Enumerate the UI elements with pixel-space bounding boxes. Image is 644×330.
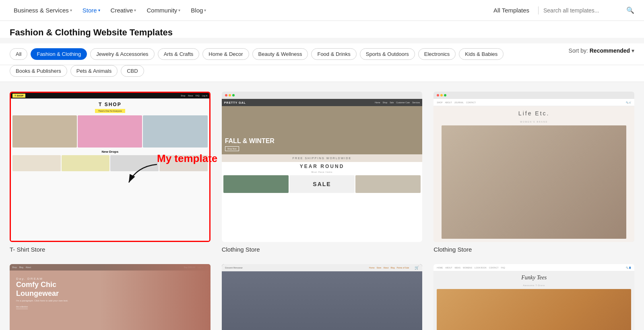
nav-label-blog: Blog	[191, 7, 203, 14]
template-thumbnail-funky: HOMEABOUTMENSWOMENSLOOK BOOKCONTACTFAQ 🔍…	[433, 264, 634, 330]
filter-home[interactable]: Home & Decor	[202, 48, 249, 60]
search-icon[interactable]: 🔍	[626, 6, 634, 14]
filter-tags-row1: All Fashion & Clothing Jewelry & Accesso…	[0, 43, 644, 65]
template-card-menswear[interactable]: Giovanni Menswear HomeStoreAboutBlogPoin…	[222, 264, 423, 330]
all-templates-link[interactable]: All Templates	[489, 4, 533, 16]
nav-label-community: Community	[147, 7, 177, 14]
tshirt-model-3	[143, 115, 207, 148]
tshirt-new-drops: New Drops	[101, 150, 118, 154]
nav-item-business[interactable]: Business & Services ▾	[10, 4, 76, 16]
tshirt-subtitle: There's One For Everyone	[95, 109, 125, 113]
nav-label-business: Business & Services	[14, 7, 69, 14]
tshirt-nav: ShopAboutFAQLog In	[181, 94, 208, 97]
funky-brand-title: Funky Tees	[433, 271, 634, 284]
template-card-loungewear[interactable]: Shop Blog About Day DREAM Log In 32 Day.…	[10, 264, 211, 330]
tshirt-images	[12, 115, 208, 148]
filter-arts[interactable]: Arts & Crafts	[158, 48, 200, 60]
menswear-nav: Giovanni Menswear HomeStoreAboutBlogPoin…	[222, 264, 423, 271]
filter-tags-row2: Books & Publishers Pets & Animals CBD	[0, 65, 644, 82]
template-card-tshirt[interactable]: T SHOP ShopAboutFAQLog In T SHOP There's…	[10, 92, 211, 253]
nav-item-community[interactable]: Community ▾	[142, 4, 184, 16]
nav-item-store[interactable]: Store ▾	[78, 4, 104, 16]
nav-divider	[538, 6, 539, 14]
sort-value[interactable]: Recommended	[590, 47, 630, 54]
template-thumbnail-loungewear: Shop Blog About Day DREAM Log In 32 Day.…	[10, 264, 211, 330]
top-navigation: Business & Services ▾ Store ▾ Creative ▾…	[0, 0, 644, 21]
funky-hero-img	[437, 289, 631, 330]
filter-cbd[interactable]: CBD	[121, 65, 144, 77]
clothing1-shipping: FREE SHIPPING WORLDWIDE	[222, 154, 423, 162]
tshirt-store-title: T SHOP	[99, 102, 122, 107]
clothing2-tagline: WOMEN'S BRAND	[433, 121, 634, 123]
content-area: My template T SHOP ShopAboutFAQLog In	[0, 82, 644, 330]
search-input[interactable]	[543, 7, 624, 14]
loungewear-cta: the collection	[16, 305, 28, 309]
nav-label-creative: Creative	[111, 7, 133, 14]
filter-beauty[interactable]: Beauty & Wellness	[252, 48, 308, 60]
filter-all[interactable]: All	[10, 48, 27, 60]
chevron-down-icon: ▾	[98, 8, 100, 12]
template-thumbnail-tshirt: T SHOP ShopAboutFAQLog In T SHOP There's…	[10, 92, 211, 242]
template-name-clothing2: Clothing Store	[433, 246, 634, 253]
filter-food[interactable]: Food & Drinks	[311, 48, 356, 60]
sort-label: Sort by:	[569, 47, 588, 54]
filter-kids[interactable]: Kids & Babies	[459, 48, 504, 60]
funky-nav: HOMEABOUTMENSWOMENSLOOK BOOKCONTACTFAQ 🔍…	[433, 264, 634, 271]
clothing1-must-have: Must Have Items	[222, 171, 423, 173]
clothing2-nav: SHOPABOUTJOURNALCONTACT 🔍 🛒	[433, 99, 634, 106]
menswear-hero: New Outerwear Collection	[222, 271, 423, 330]
filter-jewelry[interactable]: Jewelry & Accessories	[90, 48, 154, 60]
sort-row: Sort by: Recommended ▾	[569, 47, 634, 54]
page-title: Fashion & Clothing Website Templates	[10, 27, 634, 38]
nav-item-creative[interactable]: Creative ▾	[107, 4, 140, 16]
clothing1-products: SALE	[222, 174, 423, 194]
clothing2-brand-title: Life Etc.	[433, 106, 634, 121]
clothing2-hero-img	[442, 125, 626, 239]
template-thumbnail-clothing1: PRETTY GAL HomeShopSaleCustomer CareServ…	[222, 92, 423, 242]
my-template-arrow	[125, 162, 165, 187]
nav-item-blog[interactable]: Blog ▾	[187, 4, 210, 16]
filter-fashion[interactable]: Fashion & Clothing	[31, 48, 87, 60]
chevron-down-icon: ▾	[204, 8, 206, 12]
template-grid: T SHOP ShopAboutFAQLog In T SHOP There's…	[10, 92, 634, 330]
tshirt-hero: T SHOP There's One For Everyone New Drop…	[11, 98, 209, 241]
filter-books[interactable]: Books & Publishers	[10, 65, 67, 77]
my-template-label: My template	[157, 152, 217, 165]
tshirt-logo: T SHOP	[12, 94, 25, 98]
loungewear-model-bg	[100, 264, 210, 330]
chevron-down-icon: ▾	[134, 8, 136, 12]
tshirt-model-1	[12, 115, 77, 148]
template-name-clothing1: Clothing Store	[222, 246, 423, 253]
template-name-tshirt: T- Shirt Store	[10, 246, 211, 253]
chevron-down-icon: ▾	[70, 8, 72, 12]
filter-sports[interactable]: Sports & Outdoors	[360, 48, 415, 60]
search-area: 🔍	[543, 6, 634, 14]
template-thumbnail-clothing2: SHOPABOUTJOURNALCONTACT 🔍 🛒 Life Etc. WO…	[433, 92, 634, 242]
template-card-clothing2[interactable]: SHOPABOUTJOURNALCONTACT 🔍 🛒 Life Etc. WO…	[433, 92, 634, 253]
clothing1-title: FALL & WINTER	[225, 137, 275, 145]
template-card-funky[interactable]: HOMEABOUTMENSWOMENSLOOK BOOKCONTACTFAQ 🔍…	[433, 264, 634, 330]
nav-left: Business & Services ▾ Store ▾ Creative ▾…	[10, 4, 210, 16]
nav-right: All Templates 🔍	[489, 4, 634, 16]
chevron-down-icon: ▾	[178, 8, 180, 12]
clothing1-year-round: YEAR ROUND	[222, 162, 423, 171]
filter-pets[interactable]: Pets & Animals	[70, 65, 118, 77]
funky-tagline: Awesome T-Store	[433, 284, 634, 287]
clothing1-shop-btn[interactable]: Shop Now	[225, 146, 239, 151]
filter-electronics[interactable]: Electronics	[418, 48, 456, 60]
nav-label-store: Store	[83, 7, 97, 14]
page-header: Fashion & Clothing Website Templates Sor…	[0, 21, 644, 38]
template-card-clothing1[interactable]: PRETTY GAL HomeShopSaleCustomer CareServ…	[222, 92, 423, 253]
tshirt-model-2	[78, 115, 142, 148]
template-thumbnail-menswear: Giovanni Menswear HomeStoreAboutBlogPoin…	[222, 264, 423, 330]
clothing1-hero: FALL & WINTER Shop Now	[222, 106, 423, 154]
clothing1-nav: PRETTY GAL HomeShopSaleCustomer CareServ…	[222, 99, 423, 106]
